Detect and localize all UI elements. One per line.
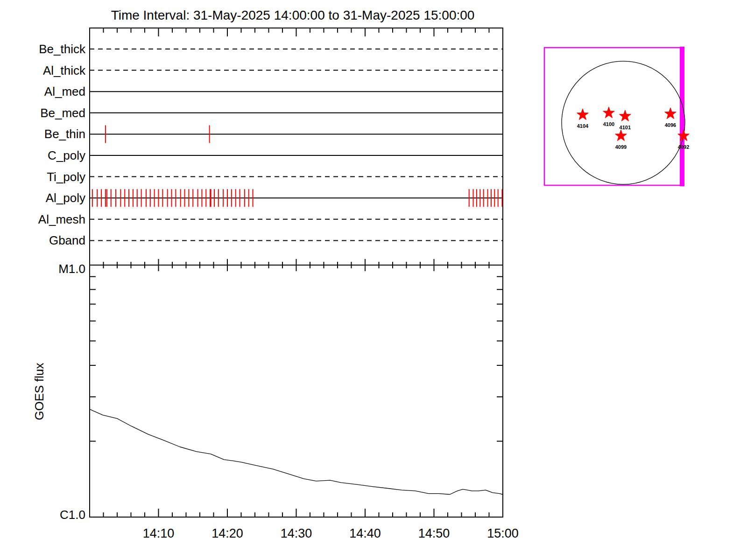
active-region-markers: 410441004101409640994092 [577, 107, 690, 150]
filter-row-label: Be_thin [44, 127, 85, 141]
x-tick-label: 15:00 [487, 526, 519, 540]
goes-panel-frame [90, 265, 503, 517]
active-region-label: 4101 [620, 125, 631, 130]
filter-row-label: Al_mesh [38, 212, 85, 226]
active-region-star-icon [603, 107, 615, 118]
filter-rows: Be_thickAl_thickAl_medBe_medBe_thinC_pol… [38, 42, 503, 247]
active-region-star-icon [615, 130, 627, 141]
goes-flux-panel: M1.0 C1.0 GOES flux 14:1014:2014:3014:40… [32, 262, 519, 540]
goes-y-top-label: M1.0 [58, 262, 85, 276]
filter-panel-frame [90, 28, 503, 265]
xrt-goes-observation-figure: Time Interval: 31-May-2025 14:00:00 to 3… [0, 0, 747, 560]
goes-y-bottom-label: C1.0 [60, 508, 85, 522]
active-region-star-icon [577, 109, 589, 120]
filter-axis-ticks [104, 28, 503, 271]
solar-map-frame-right-bar [680, 47, 684, 186]
goes-x-tick-labels: 14:1014:2014:3014:4014:5015:00 [143, 526, 519, 540]
solar-map-frame [544, 48, 683, 185]
goes-flux-curve [90, 409, 503, 495]
filter-row-label: C_poly [48, 148, 85, 162]
active-region-label: 4092 [678, 144, 689, 150]
filter-row-label: Be_med [40, 106, 85, 120]
solar-map-panel: 410441004101409640994092 [544, 47, 689, 186]
filter-row-label: Al_thick [43, 63, 86, 77]
active-region-label: 4100 [603, 121, 614, 127]
filter-row-label: Al_med [44, 84, 85, 98]
active-region-star-icon [620, 110, 631, 121]
plot-title: Time Interval: 31-May-2025 14:00:00 to 3… [111, 8, 475, 22]
x-tick-label: 14:10 [143, 526, 175, 540]
x-tick-label: 14:20 [211, 526, 243, 540]
goes-flux-curve-group [90, 409, 503, 495]
goes-y-axis-title: GOES flux [32, 363, 46, 420]
filter-row-label: Be_thick [39, 42, 86, 56]
x-tick-label: 14:30 [281, 526, 312, 540]
figure-svg: Time Interval: 31-May-2025 14:00:00 to 3… [0, 0, 747, 560]
filter-timeline-panel: Be_thickAl_thickAl_medBe_medBe_thinC_pol… [38, 28, 503, 271]
filter-row-label: Ti_poly [47, 170, 85, 184]
x-tick-label: 14:40 [349, 526, 381, 540]
filter-row-label: Al_poly [46, 191, 85, 205]
active-region-label: 4099 [615, 144, 627, 150]
active-region-label: 4104 [577, 123, 589, 129]
active-region-label: 4096 [665, 122, 676, 128]
active-region-star-icon [665, 108, 677, 119]
goes-axis-ticks [90, 277, 503, 517]
filter-row-label: Gband [49, 233, 85, 247]
x-tick-label: 14:50 [418, 526, 450, 540]
